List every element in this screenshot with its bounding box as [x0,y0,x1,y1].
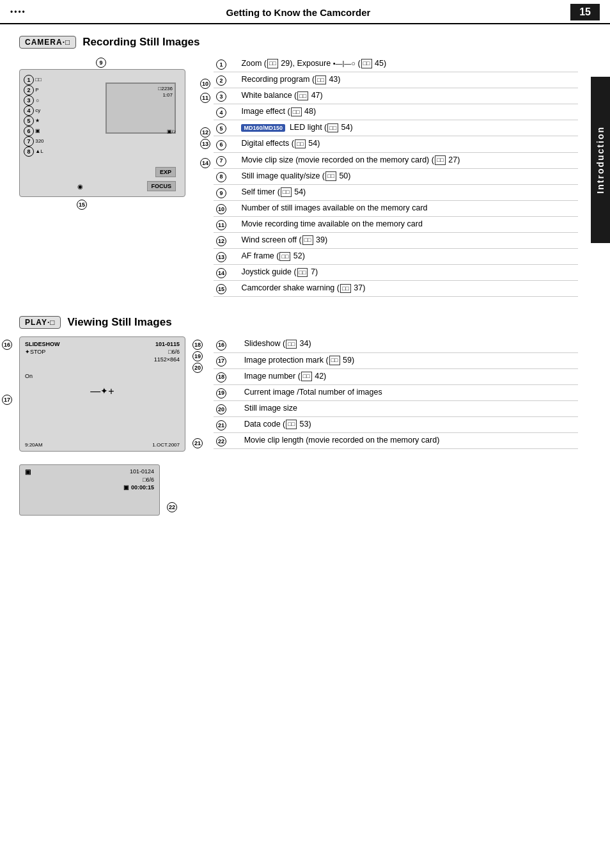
page-header: •••• Getting to Know the Camcorder 15 [0,0,610,24]
table-row: 21 Data code (□□ 53) [214,416,578,432]
callout-15: 15 [77,200,256,210]
callout-17: 17 [2,395,12,405]
row-num: 14 [214,265,239,281]
callout-20: 20 [192,363,203,373]
callout-9: 9 [96,58,106,68]
section2-row: SLIDESHOW 101-0115 ✦STOP □6/6 1152×864 O… [19,336,578,516]
callout-18: 18 [192,340,203,350]
table-row: 4 Image effect (□□ 48) [214,104,578,120]
table-row: 18 Image number (□□ 42) [214,368,578,384]
table-row: 5 MD160/MD150 LED light (□□ 54) [214,120,578,136]
cam-exp: EXP [155,167,176,177]
table-row: 3 White balance (□□ 47) [214,88,578,104]
header-title: Getting to Know the Camcorder [26,7,570,18]
sidebar-label-text: Introduction [595,126,606,194]
row-num: 18 [214,368,242,384]
table-row: 22 Movie clip length (movie recorded on … [214,432,578,448]
view-diagram: SLIDESHOW 101-0115 ✦STOP □6/6 1152×864 O… [19,336,185,452]
row-num: 11 [214,216,239,232]
cam-focus: FOCUS [147,181,176,191]
table-row: 8 Still image quality/size (□□ 50) [214,168,578,184]
view-time: 9:20AM [25,442,43,448]
section1-diagram-col: 9 1 □□ 2 P 3 ☼ 4 cy 5 ★ 6 ▣ 7 320 8 ▲L [19,56,198,297]
nav-icon: ✦ [100,386,108,397]
camera-badge: CAMERA·□ [19,36,76,49]
main-content: CAMERA·□ Recording Still Images 9 1 □□ 2… [0,24,610,546]
row-text: Movie recording time available on the me… [239,216,578,232]
table-row: 2 Recording program (□□ 43) [214,72,578,88]
callout-21: 21 [192,438,203,448]
row-num: 9 [214,184,239,200]
section2-diagram-col: SLIDESHOW 101-0115 ✦STOP □6/6 1152×864 O… [19,336,198,516]
movie-duration: ▣ 00:00:15 [25,484,154,491]
row-num: 4 [214,104,239,120]
row-num: 19 [214,384,242,400]
row-text: Camcorder shake warning (□□ 37) [239,281,578,297]
row-num: 7 [214,152,239,168]
image-num-label: 101-0115 [155,341,180,347]
header-dots: •••• [10,8,26,17]
minus-icon: — [90,386,100,397]
resolution-label: 1152×864 [154,356,180,363]
row-num: 2 [214,72,239,88]
row-text: MD160/MD150 LED light (□□ 54) [239,120,578,136]
row-num: 5 [214,120,239,136]
cam-icon-8: 8 ▲L [24,146,44,157]
view-row2: ✦STOP □6/6 [25,349,180,355]
row-num: 6 [214,136,239,152]
row-num: 20 [214,400,242,416]
table-row: 19 Current image /Total number of images [214,384,578,400]
row-text: Wind screen off (□□ 39) [239,233,578,249]
table-row: 16 Slideshow (□□ 34) [214,336,578,352]
table-row: 10 Number of still images available on t… [214,200,578,216]
camera-diagram: 1 □□ 2 P 3 ☼ 4 cy 5 ★ 6 ▣ 7 320 8 ▲L □22… [19,69,185,197]
section1-diagram-wrapper: 9 1 □□ 2 P 3 ☼ 4 cy 5 ★ 6 ▣ 7 320 8 ▲L [19,69,198,210]
cam-icon-4: 4 cy [24,106,44,116]
table-row: 14 Joystick guide (□□ 7) [214,265,578,281]
table-row: 6 Digital effects (□□ 54) [214,136,578,152]
page-number-box: 15 [570,4,600,20]
table-row: 20 Still image size [214,400,578,416]
play-badge: PLAY·□ [19,316,61,329]
view-top-row: SLIDESHOW 101-0115 [25,341,180,347]
movie-diagram: ▣ 101-0124 □6/6 ▣ 00:00:15 22 [19,464,160,516]
cam-screen-text: □22361:07 [158,86,173,99]
table-row: 7 Movie clip size (movie recorded on the… [214,152,578,168]
section1-info-table: 1 Zoom (□□ 29), Exposure •—|—○ (□□ 45) 2… [214,56,578,297]
movie-icon: ▣ [25,468,31,475]
table-row: 11 Movie recording time available on the… [214,216,578,232]
row-text: Recording program (□□ 43) [239,72,578,88]
row-text: Data code (□□ 53) [242,416,578,432]
section1-title: Recording Still Images [82,36,199,49]
section1-row: 9 1 □□ 2 P 3 ☼ 4 cy 5 ★ 6 ▣ 7 320 8 ▲L [19,56,578,297]
card-num-label: □6/6 [168,349,180,355]
row-text: AF frame (□□ 52) [239,249,578,265]
cam-screen: □22361:07 [106,83,176,134]
row-text: Slideshow (□□ 34) [242,336,578,352]
movie-filename: 101-0124 [130,468,154,475]
section2-diagram-wrapper: SLIDESHOW 101-0115 ✦STOP □6/6 1152×864 O… [19,336,198,516]
callout-12: 12 [200,127,210,138]
row-num: 15 [214,281,239,297]
row-num: 12 [214,233,239,249]
row-text: Joystick guide (□□ 7) [239,265,578,281]
table-row: 13 AF frame (□□ 52) [214,249,578,265]
section1-info-col: 1 Zoom (□□ 29), Exposure •—|—○ (□□ 45) 2… [214,56,578,297]
row-num: 21 [214,416,242,432]
row-text: Current image /Total number of images [242,384,578,400]
section2-info-table: 16 Slideshow (□□ 34) 17 Image protection… [214,336,578,449]
cam-left-icons: 1 □□ 2 P 3 ☼ 4 cy 5 ★ 6 ▣ 7 320 8 ▲L [24,75,44,157]
cam-icon-7: 7 320 [24,136,44,146]
row-text: Image protection mark (□□ 59) [242,352,578,368]
row-text: Image number (□□ 42) [242,368,578,384]
section2-info-col: 16 Slideshow (□□ 34) 17 Image protection… [214,336,578,516]
cam-icon-2: 2 P [24,85,44,95]
row-text: Number of still images available on the … [239,200,578,216]
table-row: 9 Self timer (□□ 54) [214,184,578,200]
table-row: 17 Image protection mark (□□ 59) [214,352,578,368]
view-row3: 1152×864 [25,356,180,363]
table-row: 1 Zoom (□□ 29), Exposure •—|—○ (□□ 45) [214,56,578,72]
movie-top-row: ▣ 101-0124 [25,468,154,475]
row-num: 1 [214,56,239,72]
row-text: Self timer (□□ 54) [239,184,578,200]
